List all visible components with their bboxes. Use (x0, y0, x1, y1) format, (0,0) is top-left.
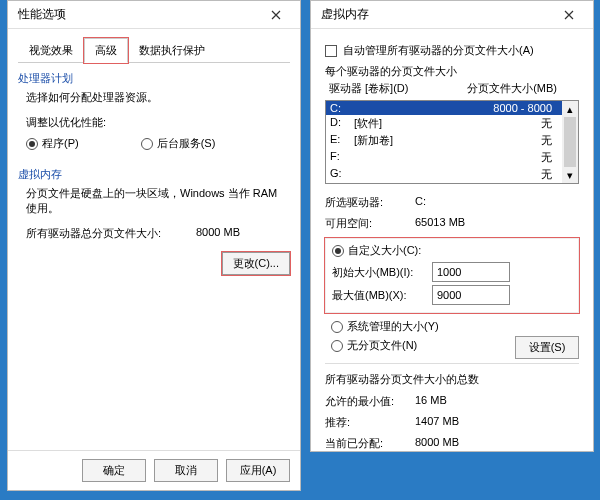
drive-row[interactable]: F:无 (326, 149, 562, 166)
apply-button[interactable]: 应用(A) (226, 459, 290, 482)
rec-value: 1407 MB (415, 415, 459, 430)
group-description: 分页文件是硬盘上的一块区域，Windows 当作 RAM 使用。 (26, 186, 290, 216)
cancel-button[interactable]: 取消 (154, 459, 218, 482)
close-icon[interactable] (551, 1, 587, 28)
close-icon[interactable] (258, 1, 294, 28)
scroll-up-icon[interactable]: ▴ (562, 101, 578, 117)
custom-size-section: 自定义大小(C): 初始大小(MB)(I): 最大值(MB)(X): (325, 238, 579, 313)
tabs: 视觉效果 高级 数据执行保护 (18, 37, 290, 63)
performance-options-window: 性能选项 视觉效果 高级 数据执行保护 处理器计划 选择如何分配处理器资源。 调… (7, 0, 301, 491)
scrollbar[interactable]: ▴ ▾ (562, 101, 578, 183)
total-pagefile-value: 8000 MB (196, 226, 240, 241)
min-value: 16 MB (415, 394, 447, 409)
totals-heading: 所有驱动器分页文件大小的总数 (325, 372, 579, 387)
dialog-footer: 确定 取消 应用(A) (8, 450, 300, 490)
cur-label: 当前已分配: (325, 436, 415, 451)
rec-label: 推荐: (325, 415, 415, 430)
group-heading: 处理器计划 (18, 71, 290, 86)
tab-dep[interactable]: 数据执行保护 (128, 38, 216, 63)
checkbox-icon[interactable] (325, 45, 337, 57)
radio-label: 后台服务(S) (157, 136, 216, 151)
radio-label: 程序(P) (42, 136, 79, 151)
drive-row[interactable]: C:8000 - 8000 (326, 101, 562, 115)
virtual-memory-window: 虚拟内存 自动管理所有驱动器的分页文件大小(A) 每个驱动器的分页文件大小 驱动… (310, 0, 594, 452)
radio-dot-icon (26, 138, 38, 150)
drive-list[interactable]: C:8000 - 8000D:[软件]无E:[新加卷]无F:无G:无 ▴ ▾ (325, 100, 579, 184)
initial-size-label: 初始大小(MB)(I): (332, 265, 432, 280)
radio-background-services[interactable]: 后台服务(S) (141, 136, 216, 151)
total-pagefile-label: 所有驱动器总分页文件大小: (26, 226, 196, 241)
radio-label: 自定义大小(C): (348, 243, 421, 258)
titlebar[interactable]: 虚拟内存 (311, 1, 593, 29)
radio-dot-icon (331, 321, 343, 333)
available-space-value: 65013 MB (415, 216, 465, 231)
automanage-label: 自动管理所有驱动器的分页文件大小(A) (343, 43, 534, 58)
radio-dot-icon (332, 245, 344, 257)
col-drive-label: 驱动器 [卷标](D) (329, 81, 439, 96)
window-title: 性能选项 (18, 6, 258, 23)
radio-no-pagefile[interactable]: 无分页文件(N) (331, 338, 515, 353)
group-heading: 虚拟内存 (18, 167, 290, 182)
radio-custom-size[interactable]: 自定义大小(C): (332, 243, 572, 258)
change-button[interactable]: 更改(C)... (222, 252, 290, 275)
scroll-thumb[interactable] (564, 117, 576, 167)
available-space-label: 可用空间: (325, 216, 415, 231)
cur-value: 8000 MB (415, 436, 459, 451)
tab-advanced[interactable]: 高级 (84, 38, 128, 63)
radio-label: 系统管理的大小(Y) (347, 319, 439, 334)
tab-visual-effects[interactable]: 视觉效果 (18, 38, 84, 63)
adjust-label: 调整以优化性能: (26, 115, 290, 130)
titlebar[interactable]: 性能选项 (8, 1, 300, 29)
radio-dot-icon (141, 138, 153, 150)
selected-drive-value: C: (415, 195, 426, 210)
radio-dot-icon (331, 340, 343, 352)
drive-row[interactable]: E:[新加卷]无 (326, 132, 562, 149)
radio-label: 无分页文件(N) (347, 338, 417, 353)
initial-size-input[interactable] (432, 262, 510, 282)
set-button[interactable]: 设置(S) (515, 336, 579, 359)
processor-scheduling-group: 处理器计划 选择如何分配处理器资源。 调整以优化性能: 程序(P) 后台服务(S… (18, 71, 290, 155)
max-size-input[interactable] (432, 285, 510, 305)
selected-drive-label: 所选驱动器: (325, 195, 415, 210)
automanage-row[interactable]: 自动管理所有驱动器的分页文件大小(A) (325, 43, 579, 58)
drive-row[interactable]: G:无 (326, 166, 562, 183)
group-description: 选择如何分配处理器资源。 (26, 90, 290, 105)
col-size-label: 分页文件大小(MB) (439, 81, 575, 96)
per-drive-label: 每个驱动器的分页文件大小 (325, 64, 579, 79)
scroll-down-icon[interactable]: ▾ (562, 167, 578, 183)
radio-programs[interactable]: 程序(P) (26, 136, 79, 151)
drive-row[interactable]: D:[软件]无 (326, 115, 562, 132)
virtual-memory-group: 虚拟内存 分页文件是硬盘上的一块区域，Windows 当作 RAM 使用。 所有… (18, 167, 290, 279)
radio-system-managed[interactable]: 系统管理的大小(Y) (331, 319, 579, 334)
ok-button[interactable]: 确定 (82, 459, 146, 482)
max-size-label: 最大值(MB)(X): (332, 288, 432, 303)
min-label: 允许的最小值: (325, 394, 415, 409)
window-title: 虚拟内存 (321, 6, 551, 23)
